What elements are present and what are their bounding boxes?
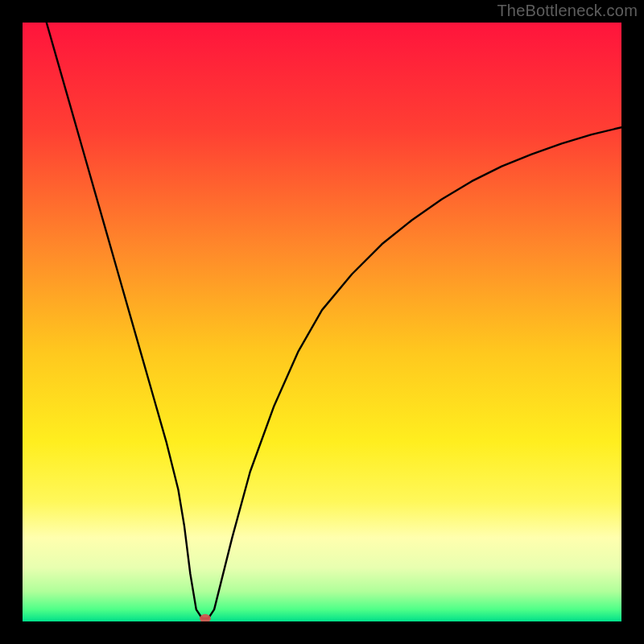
gradient-background (23, 23, 621, 621)
plot-area (23, 23, 621, 621)
bottleneck-chart (23, 23, 621, 621)
watermark-text: TheBottleneck.com (497, 2, 638, 20)
chart-container: TheBottleneck.com (0, 0, 644, 644)
